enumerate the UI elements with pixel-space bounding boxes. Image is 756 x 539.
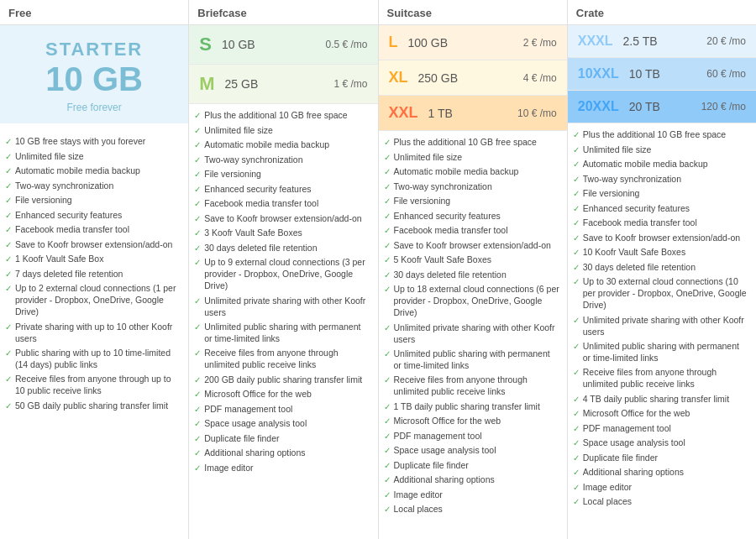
feature-item: ✓Unlimited public sharing with permanent… (194, 321, 370, 344)
feature-text: Local places (583, 495, 632, 507)
feature-item: ✓Enhanced security features (573, 202, 749, 215)
col-header-label-briefcase: Briefcase (197, 7, 247, 19)
feature-item: ✓200 GB daily public sharing transfer li… (194, 374, 370, 386)
feature-text: Local places (394, 503, 443, 515)
feature-item: ✓Two-way synchronization (384, 181, 560, 193)
feature-item: ✓10 GB free stays with you forever (5, 135, 181, 148)
plan-price-suitcase-1: 4 € /mo (523, 72, 557, 84)
feature-text: File versioning (204, 168, 261, 180)
feature-item: ✓Image editor (384, 489, 560, 501)
check-icon: ✓ (194, 322, 201, 333)
check-icon: ✓ (194, 257, 201, 269)
feature-item: ✓Save to Koofr browser extension/add-on (573, 232, 749, 244)
check-icon: ✓ (194, 404, 201, 416)
check-icon: ✓ (5, 400, 12, 412)
feature-text: Public sharing with up to 10 time-limite… (15, 347, 181, 370)
feature-item: ✓File versioning (384, 195, 560, 207)
feature-text: Facebook media transfer tool (204, 197, 318, 209)
feature-item: ✓File versioning (5, 194, 181, 207)
plan-row-briefcase-0[interactable]: S10 GB0.5 € /mo (189, 25, 377, 65)
feature-text: 1 TB daily public sharing transfer limit (394, 400, 540, 412)
plan-row-crate-0[interactable]: XXXL2.5 TB20 € /mo (568, 25, 756, 58)
plan-price-briefcase-0: 0.5 € /mo (325, 39, 367, 50)
plan-row-suitcase-0[interactable]: L100 GB2 € /mo (379, 25, 567, 60)
check-icon: ✓ (573, 315, 580, 327)
check-icon: ✓ (5, 136, 12, 148)
plan-row-crate-1[interactable]: 10XXL10 TB60 € /mo (568, 58, 756, 91)
plan-row-briefcase-1[interactable]: M25 GB1 € /mo (189, 65, 377, 104)
check-icon: ✓ (384, 322, 391, 334)
col-suitcase: SuitcaseL100 GB2 € /moXL250 GB4 € /moXXL… (379, 0, 568, 539)
check-icon: ✓ (194, 198, 201, 210)
check-icon: ✓ (573, 437, 580, 449)
feature-text: 30 days deleted file retention (204, 242, 317, 254)
feature-text: 5 Koofr Vault Safe Boxes (394, 254, 492, 265)
check-icon: ✓ (384, 181, 391, 193)
plan-row-suitcase-1[interactable]: XL250 GB4 € /mo (379, 60, 567, 96)
feature-item: ✓4 TB daily public sharing transfer limi… (573, 393, 749, 406)
check-icon: ✓ (5, 322, 12, 333)
feature-item: ✓Space usage analysis tool (194, 417, 370, 430)
check-icon: ✓ (573, 159, 580, 170)
plan-row-suitcase-2[interactable]: XXL1 TB10 € /mo (379, 96, 567, 131)
feature-item: ✓Public sharing with up to 10 time-limit… (5, 347, 181, 370)
feature-text: Save to Koofr browser extension/add-on (15, 238, 172, 250)
check-icon: ✓ (384, 489, 391, 501)
feature-text: Microsoft Office for the web (583, 407, 690, 419)
feature-text: Save to Koofr browser extension/add-on (204, 212, 361, 224)
plan-row-crate-2[interactable]: 20XXL20 TB120 € /mo (568, 91, 756, 123)
plan-storage-crate-2: 20 TB (629, 100, 701, 113)
feature-item: ✓Additional sharing options (194, 447, 370, 459)
check-icon: ✓ (573, 496, 580, 508)
feature-item: ✓Facebook media transfer tool (573, 217, 749, 229)
feature-item: ✓Up to 30 external cloud connections (10… (573, 275, 749, 311)
plan-price-crate-0: 20 € /mo (706, 35, 746, 47)
feature-text: 30 days deleted file retention (394, 269, 507, 280)
check-icon: ✓ (194, 154, 201, 166)
check-icon: ✓ (384, 152, 391, 164)
feature-text: File versioning (15, 194, 72, 206)
check-icon: ✓ (384, 474, 391, 486)
check-icon: ✓ (573, 174, 580, 186)
features-briefcase: ✓Plus the additional 10 GB free space✓Un… (189, 104, 377, 481)
feature-item: ✓Microsoft Office for the web (384, 415, 560, 427)
check-icon: ✓ (194, 228, 201, 239)
feature-text: Duplicate file finder (204, 432, 279, 444)
feature-text: 1 Koofr Vault Safe Box (15, 253, 103, 264)
plan-price-suitcase-0: 2 € /mo (523, 37, 557, 49)
feature-text: 10 Koofr Vault Safe Boxes (583, 246, 685, 258)
feature-text: PDF management tool (394, 430, 482, 442)
feature-item: ✓Image editor (573, 481, 749, 494)
feature-item: ✓Duplicate file finder (384, 459, 560, 472)
check-icon: ✓ (194, 243, 201, 254)
check-icon: ✓ (573, 341, 580, 353)
feature-text: Automatic mobile media backup (204, 139, 329, 150)
feature-text: Microsoft Office for the web (204, 388, 312, 400)
plan-storage-suitcase-1: 250 GB (418, 71, 523, 85)
check-icon: ✓ (573, 394, 580, 406)
feature-text: 3 Koofr Vault Safe Boxes (204, 227, 302, 238)
feature-item: ✓Local places (384, 503, 560, 515)
check-icon: ✓ (384, 401, 391, 413)
feature-text: Receive files from anyone through unlimi… (394, 374, 560, 397)
plan-letter-crate-2: 20XXL (578, 99, 619, 114)
feature-text: PDF management tool (204, 403, 292, 415)
check-icon: ✓ (5, 283, 12, 295)
feature-text: Receive files from anyone through unlimi… (204, 347, 370, 370)
feature-item: ✓Automatic mobile media backup (5, 165, 181, 177)
feature-text: Enhanced security features (583, 202, 690, 214)
feature-item: ✓Unlimited private sharing with other Ko… (573, 314, 749, 338)
feature-item: ✓Plus the additional 10 GB free space (573, 128, 749, 141)
check-icon: ✓ (573, 423, 580, 435)
check-icon: ✓ (194, 389, 201, 400)
feature-text: Two-way synchronization (204, 154, 302, 165)
check-icon: ✓ (5, 269, 12, 280)
feature-text: PDF management tool (583, 422, 671, 434)
feature-text: Up to 30 external cloud connections (10 … (583, 275, 749, 311)
feature-text: Additional sharing options (204, 447, 305, 458)
feature-text: Facebook media transfer tool (15, 223, 129, 235)
feature-item: ✓Automatic mobile media backup (384, 165, 560, 178)
feature-text: Unlimited public sharing with permanent … (583, 340, 749, 364)
feature-text: File versioning (394, 195, 451, 207)
feature-item: ✓Space usage analysis tool (384, 444, 560, 457)
